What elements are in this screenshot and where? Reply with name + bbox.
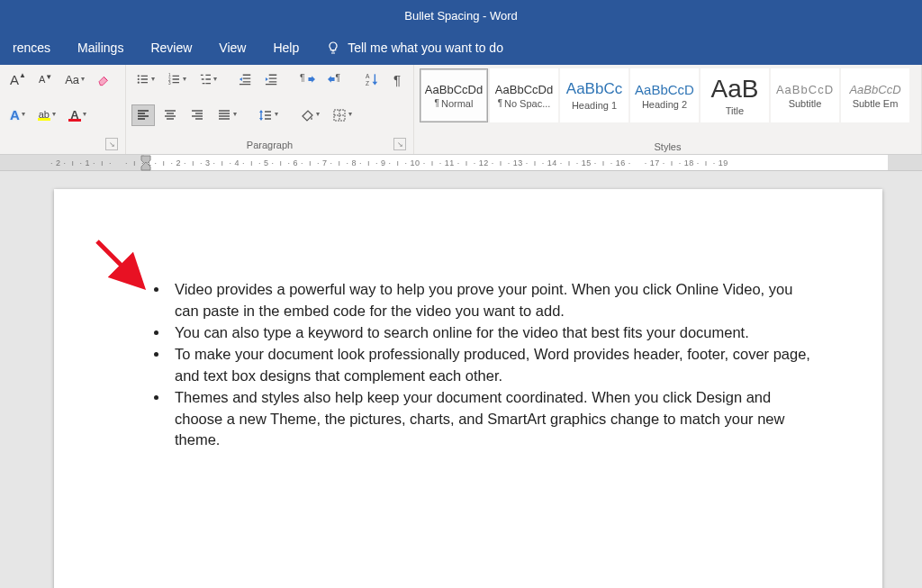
decrease-indent-button[interactable]: [234, 68, 257, 90]
style-label: Heading 1: [572, 100, 617, 111]
align-center-icon: [163, 108, 177, 122]
ribbon-group-styles: AaBbCcDd¶NormalAaBbCcDd¶No Spac...AaBbCc…: [414, 65, 922, 154]
style-label: ¶Normal: [435, 98, 474, 109]
justify-button[interactable]: [212, 104, 241, 126]
numbering-icon: 123: [167, 72, 181, 86]
window-titlebar: Bullet Spacing - Word: [0, 0, 922, 31]
svg-text:Z: Z: [366, 80, 369, 86]
svg-point-0: [138, 75, 140, 77]
style-label: Subtle Em: [853, 98, 899, 109]
list-item[interactable]: To make your document look professionall…: [169, 344, 819, 387]
ltr-icon: ¶: [300, 72, 315, 86]
align-left-button[interactable]: [131, 104, 155, 126]
ribbon-group-font: A▲ A▼ Aa A ab A ↘: [0, 65, 126, 154]
svg-point-1: [138, 78, 140, 80]
horizontal-ruler[interactable]: · 2 · ı · 1 · ı · · ı · 1 · ı · 2 · ı · …: [0, 155, 922, 171]
style-item-heading-2[interactable]: AaBbCcDHeading 2: [630, 68, 699, 122]
styles-gallery[interactable]: AaBbCcDd¶NormalAaBbCcDd¶No Spac...AaBbCc…: [414, 65, 921, 141]
indent-marker-icon[interactable]: [140, 155, 151, 171]
bulleted-list[interactable]: Video provides a powerful way to help yo…: [144, 279, 819, 451]
rtl-icon: ¶: [328, 72, 343, 86]
align-center-button[interactable]: [158, 104, 182, 126]
highlight-color-swatch: [38, 118, 50, 121]
list-item[interactable]: You can also type a keyword to search on…: [169, 322, 819, 344]
line-spacing-button[interactable]: [254, 104, 283, 126]
style-item-no-spac-[interactable]: AaBbCcDd¶No Spac...: [490, 68, 558, 122]
document-body[interactable]: Video provides a powerful way to help yo…: [144, 279, 819, 451]
tab-review[interactable]: Review: [145, 37, 197, 59]
grow-font-button[interactable]: A▲: [5, 68, 31, 90]
line-spacing-icon: [258, 108, 273, 122]
ruler-margin-right: [888, 155, 922, 170]
lightbulb-icon: [326, 41, 340, 55]
style-sample: AaBbCcDd: [425, 83, 483, 96]
paint-bucket-icon: [300, 108, 314, 122]
svg-text:¶: ¶: [300, 73, 305, 83]
ribbon-group-paragraph: 123 ¶ ¶ AZ ¶: [126, 65, 414, 154]
tab-mailings[interactable]: Mailings: [72, 37, 129, 59]
style-label: Subtitle: [789, 98, 822, 109]
ltr-button[interactable]: ¶: [295, 68, 320, 90]
style-sample: AaBbCcD: [849, 83, 900, 96]
style-sample: AaBbCcD: [635, 82, 694, 97]
paragraph-group-label: Paragraph: [247, 140, 293, 150]
show-marks-button[interactable]: ¶: [386, 68, 408, 90]
style-sample: AaBbCcDd: [495, 83, 553, 96]
clear-formatting-button[interactable]: [93, 68, 116, 90]
rtl-button[interactable]: ¶: [323, 68, 348, 90]
document-workspace: Video provides a powerful way to help yo…: [0, 171, 922, 588]
font-color-swatch: [68, 119, 81, 122]
multilevel-icon: [199, 72, 212, 86]
style-label: Title: [726, 105, 744, 116]
highlight-button[interactable]: ab: [33, 104, 60, 126]
tell-me-label: Tell me what you want to do: [348, 41, 503, 55]
style-sample: AaBbCc: [566, 80, 622, 98]
tab-view[interactable]: View: [213, 37, 251, 59]
annotation-arrow-icon: [90, 234, 162, 306]
multilevel-list-button[interactable]: [194, 68, 222, 90]
tell-me[interactable]: Tell me what you want to do: [326, 41, 503, 55]
shading-button[interactable]: [295, 104, 324, 126]
align-right-button[interactable]: [185, 104, 209, 126]
ruler-ticks: · 2 · ı · 1 · ı · · ı · 1 · ı · 2 · ı · …: [50, 158, 728, 167]
style-label: Heading 2: [642, 99, 687, 110]
style-label: ¶No Spac...: [498, 98, 551, 109]
styles-group-label: Styles: [655, 141, 682, 152]
bullets-button[interactable]: [131, 68, 159, 90]
svg-point-2: [138, 82, 140, 84]
tab-help[interactable]: Help: [267, 37, 304, 59]
borders-icon: [332, 108, 347, 122]
change-case-button[interactable]: Aa: [60, 68, 89, 90]
ribbon: A▲ A▼ Aa A ab A ↘ 123: [0, 65, 922, 155]
sort-icon: AZ: [365, 72, 378, 86]
style-item-heading-1[interactable]: AaBbCcHeading 1: [560, 68, 628, 122]
increase-indent-button[interactable]: [260, 68, 283, 90]
paragraph-group-launcher[interactable]: ↘: [393, 138, 406, 150]
style-sample: AaB: [711, 75, 759, 104]
numbering-button[interactable]: 123: [163, 68, 191, 90]
svg-text:A: A: [366, 73, 370, 79]
borders-button[interactable]: [328, 104, 357, 126]
style-item-title[interactable]: AaBTitle: [701, 68, 769, 122]
svg-line-11: [97, 241, 140, 284]
style-item-subtle-em[interactable]: AaBbCcDSubtle Em: [841, 68, 909, 122]
document-page[interactable]: Video provides a powerful way to help yo…: [54, 189, 882, 588]
font-group-launcher[interactable]: ↘: [105, 138, 118, 150]
list-item[interactable]: Themes and styles also help keep your do…: [169, 387, 819, 452]
style-item-normal[interactable]: AaBbCcDd¶Normal: [420, 68, 488, 122]
justify-icon: [217, 108, 231, 122]
align-left-icon: [136, 108, 150, 122]
outdent-icon: [239, 72, 252, 86]
eraser-icon: [97, 72, 112, 86]
svg-text:¶: ¶: [336, 73, 341, 83]
ribbon-tabs: rences Mailings Review View Help Tell me…: [0, 31, 922, 65]
font-color-button[interactable]: A: [64, 104, 91, 126]
shrink-font-button[interactable]: A▼: [34, 68, 57, 90]
tab-references[interactable]: rences: [7, 37, 56, 59]
sort-button[interactable]: AZ: [360, 68, 383, 90]
list-item[interactable]: Video provides a powerful way to help yo…: [169, 279, 819, 322]
align-right-icon: [190, 108, 204, 122]
text-effects-button[interactable]: A: [5, 104, 30, 126]
bullets-icon: [136, 72, 149, 86]
style-item-subtitle[interactable]: AaBbCcDSubtitle: [771, 68, 839, 122]
